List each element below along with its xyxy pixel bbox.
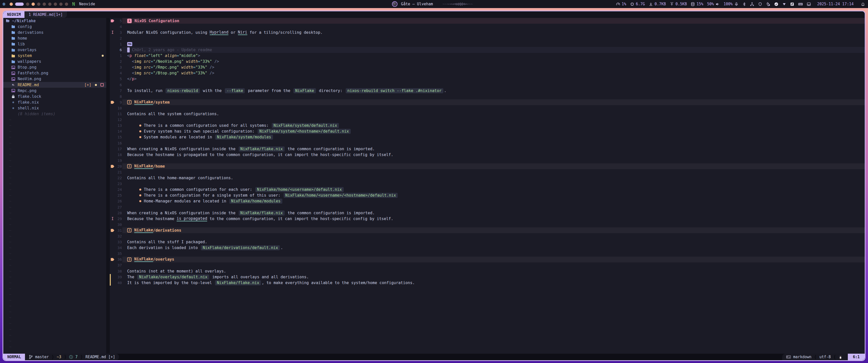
editor-line[interactable]: To install, run nixos-rebuild with the -…	[122, 88, 865, 94]
editor-line[interactable]: 1NixOS Configuration	[122, 18, 865, 24]
editor-row[interactable]: 40It is then imported by the top-level N…	[110, 280, 865, 286]
editor-line[interactable]: ChUrl, 2 years ago - Update readme	[122, 47, 865, 53]
metric-network[interactable]	[750, 2, 754, 6]
editor-row[interactable]: 202NixFlake/home	[110, 163, 865, 169]
tree-item-flake.lock[interactable]: flake.lock	[3, 94, 106, 99]
metric-gauge[interactable]: 1%	[616, 2, 626, 6]
editor-row[interactable]: 23	[110, 181, 865, 187]
editor-row[interactable]: 38Contains (not at the moment) all overl…	[110, 268, 865, 274]
editor-line[interactable]: System modules are located in NixFlake/s…	[122, 134, 865, 140]
metric-tray[interactable]	[807, 2, 811, 6]
editor-line[interactable]	[122, 181, 865, 187]
editor-line[interactable]: Because the hostname is propagated to th…	[122, 152, 865, 158]
notification-bell-icon[interactable]	[861, 2, 865, 6]
workspace-10[interactable]	[65, 2, 68, 6]
tree-item-config[interactable]: config	[3, 24, 106, 30]
tree-item-shell.nix[interactable]: ❄shell.nix	[3, 105, 106, 111]
editor-row[interactable]: 18Because the hostname is propagated to …	[110, 152, 865, 158]
workspace-5[interactable]	[37, 2, 40, 6]
editor-row[interactable]: 39The NixFlake/overlays/default.nix impo…	[110, 274, 865, 280]
editor-row[interactable]: 362NixFlake/overlays	[110, 257, 865, 262]
editor-line[interactable]: When creating a NixOS configuration insi…	[122, 210, 865, 216]
clock[interactable]: 2025-11-24 17:14	[817, 2, 854, 6]
metric-upload[interactable]: 0.5KB	[670, 2, 687, 6]
editor-line[interactable]: <img src="/NeoVim.png" width="33%" />	[122, 59, 865, 65]
editor-row[interactable]: 16	[110, 140, 865, 146]
editor-line[interactable]	[122, 251, 865, 257]
editor-line[interactable]: <img src="/Rmpc.png" width="33%" />	[122, 65, 865, 70]
editor-row[interactable]: I3Modular NixOS configuration, using Hyp…	[110, 30, 865, 35]
metric-shield[interactable]	[758, 2, 762, 6]
editor-row[interactable]: I29Because the hostname is propagated to…	[110, 216, 865, 222]
tree-item-readme.md[interactable]: M↓README.md[+]	[3, 82, 106, 88]
editor-row[interactable]: 8	[110, 94, 865, 99]
workspace-7[interactable]	[48, 2, 52, 6]
tree-item-wallpapers[interactable]: wallpapers	[3, 59, 106, 65]
editor-row[interactable]: 3 <img src="/Rmpc.png" width="33%" />	[110, 65, 865, 70]
editor-row[interactable]: 312NixFlake/derivations	[110, 227, 865, 233]
editor-row[interactable]: 26Home-Manager modules are located in Ni…	[110, 198, 865, 204]
tree-item-overlays[interactable]: overlays	[3, 47, 106, 53]
editor-row[interactable]: 2	[110, 35, 865, 41]
editor-row[interactable]: 30	[110, 222, 865, 227]
editor-row[interactable]: 7To install, run nixos-rebuild with the …	[110, 88, 865, 94]
editor-row[interactable]: 32	[110, 233, 865, 239]
tree-item-system[interactable]: system	[3, 53, 106, 59]
editor-row[interactable]: 4	[110, 24, 865, 30]
workspace-1[interactable]	[9, 2, 13, 6]
tree-item-home[interactable]: home	[3, 35, 106, 41]
editor-row[interactable]: 37	[110, 262, 865, 268]
editor-line[interactable]: Because the hostname is propagated to th…	[122, 216, 865, 222]
editor-line[interactable]: It is then imported by the top-level Nix…	[122, 280, 865, 286]
editor-line[interactable]	[122, 140, 865, 146]
editor-line[interactable]: 2NixFlake/overlays	[122, 257, 865, 262]
editor-line[interactable]: Modular NixOS configuration, using Hyprl…	[122, 30, 865, 35]
editor-line[interactable]: Contains (not at the moment) all overlay…	[122, 268, 865, 274]
metric-shield-check[interactable]	[774, 2, 778, 6]
editor-line[interactable]: </p>	[122, 76, 865, 82]
editor-row[interactable]: 92NixFlake/system	[110, 99, 865, 105]
workspace-9[interactable]	[59, 2, 63, 6]
workspace-8[interactable]	[54, 2, 57, 6]
editor-line[interactable]	[122, 204, 865, 210]
metric-volume[interactable]: 50%	[707, 2, 720, 6]
editor-row[interactable]: 22Contains all the home-manager configur…	[110, 175, 865, 181]
editor-line[interactable]: 2NixFlake/system	[122, 99, 865, 105]
editor-line[interactable]: 2NixFlake/home	[122, 163, 865, 169]
editor-line[interactable]: Contains all the home-manager configurat…	[122, 175, 865, 181]
editor-line[interactable]: There is a common configuration used for…	[122, 123, 865, 129]
editor-line[interactable]: <p float="left" align="middle">	[122, 53, 865, 59]
workspace-6[interactable]	[43, 2, 46, 6]
metric-download[interactable]: 0.7KB	[649, 2, 666, 6]
editor-line[interactable]	[122, 158, 865, 163]
tree-item-rmpc.png[interactable]: Rmpc.png	[3, 88, 106, 94]
metric-location-lock[interactable]	[766, 2, 770, 6]
editor-line[interactable]: Every system has its own special configu…	[122, 129, 865, 134]
editor-line[interactable]	[122, 35, 865, 41]
editor-line[interactable]	[122, 117, 865, 123]
metric-z-layout[interactable]	[790, 2, 794, 6]
tree-item-lib[interactable]: lib	[3, 41, 106, 47]
tree-item-btop.png[interactable]: Btop.png	[3, 65, 106, 70]
git-branch[interactable]: master	[35, 355, 49, 359]
editor-line[interactable]	[122, 24, 865, 30]
editor-row[interactable]: 11Contains all the system configurations…	[110, 111, 865, 117]
tree-item--8-hidden-items-[interactable]: (8 hidden items)	[3, 111, 106, 117]
editor-row[interactable]: 1<p float="left" align="middle">	[110, 53, 865, 59]
editor-row[interactable]: 19	[110, 158, 865, 163]
editor-line[interactable]	[122, 233, 865, 239]
tree-item-neovim.png[interactable]: NeoVim.png	[3, 76, 106, 82]
editor-row[interactable]: 6	[110, 82, 865, 88]
editor-row[interactable]: 21	[110, 169, 865, 175]
tree-item-derivations[interactable]: derivations	[3, 30, 106, 35]
media-widget[interactable]: Gåte – Ulveham	[392, 0, 473, 8]
editor-line[interactable]: Each derivation is loaded into NixFlake/…	[122, 245, 865, 251]
git-modified-count[interactable]: ~3	[57, 355, 61, 359]
workspace-3[interactable]	[26, 2, 29, 6]
editor-line[interactable]	[122, 94, 865, 99]
metric-bluetooth[interactable]	[742, 2, 746, 6]
editor-line[interactable]: <img src="/Btop.png" width="33%" />	[122, 70, 865, 76]
tree-item-fastfetch.png[interactable]: FastFetch.png	[3, 70, 106, 76]
editor-line[interactable]: PNG	[122, 41, 865, 47]
statusline-filename[interactable]: README.md [+]	[86, 355, 115, 359]
